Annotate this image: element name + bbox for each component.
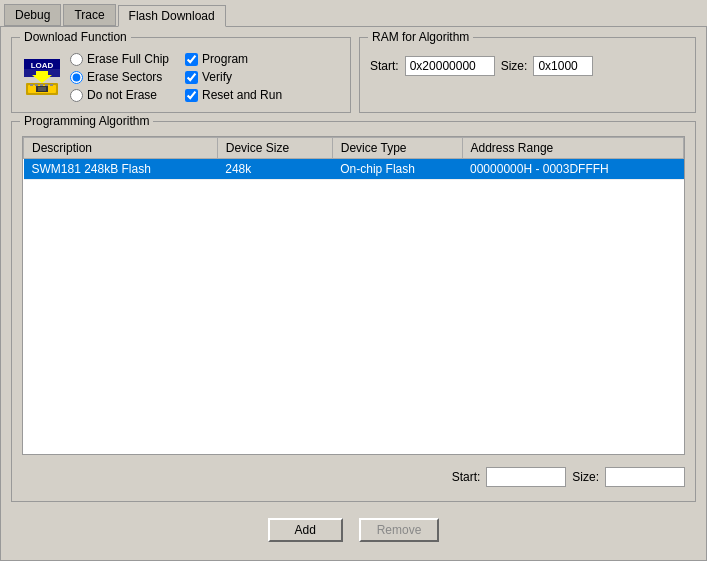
footer-start-label: Start: bbox=[452, 470, 481, 484]
checkbox-reset-run[interactable]: Reset and Run bbox=[185, 88, 282, 102]
tab-trace[interactable]: Trace bbox=[63, 4, 115, 26]
program-label: Program bbox=[202, 52, 248, 66]
top-section: Download Function LOAD bbox=[11, 37, 696, 113]
tab-debug[interactable]: Debug bbox=[4, 4, 61, 26]
tab-bar: Debug Trace Flash Download bbox=[0, 0, 707, 26]
svg-rect-10 bbox=[45, 84, 48, 86]
start-input[interactable] bbox=[405, 56, 495, 76]
start-label: Start: bbox=[370, 59, 399, 73]
radio-erase-full-chip[interactable]: Erase Full Chip bbox=[70, 52, 169, 66]
cell-device-type: On-chip Flash bbox=[332, 159, 462, 180]
cell-address-range: 00000000H - 0003DFFFH bbox=[462, 159, 683, 180]
action-checkboxes: Program Verify Reset and Run bbox=[185, 52, 282, 102]
svg-rect-13 bbox=[38, 87, 46, 91]
size-label: Size: bbox=[501, 59, 528, 73]
svg-rect-11 bbox=[50, 84, 53, 86]
download-function-group: Download Function LOAD bbox=[11, 37, 351, 113]
button-row: Add Remove bbox=[11, 510, 696, 550]
programming-algorithm-label: Programming Algorithm bbox=[20, 114, 153, 128]
col-description: Description bbox=[24, 138, 218, 159]
svg-rect-9 bbox=[40, 84, 43, 86]
cell-description: SWM181 248kB Flash bbox=[24, 159, 218, 180]
svg-rect-7 bbox=[30, 84, 33, 86]
col-device-size: Device Size bbox=[217, 138, 332, 159]
size-input[interactable] bbox=[533, 56, 593, 76]
remove-button[interactable]: Remove bbox=[359, 518, 440, 542]
do-not-erase-label: Do not Erase bbox=[87, 88, 157, 102]
footer-size-label: Size: bbox=[572, 470, 599, 484]
svg-rect-8 bbox=[35, 84, 38, 86]
col-address-range: Address Range bbox=[462, 138, 683, 159]
footer-size-input[interactable] bbox=[605, 467, 685, 487]
table-row[interactable]: SWM181 248kB Flash 248k On-chip Flash 00… bbox=[24, 159, 684, 180]
prog-inner: Description Device Size Device Type Addr… bbox=[22, 136, 685, 491]
programming-algorithm-group: Programming Algorithm Description Device… bbox=[11, 121, 696, 502]
reset-run-label: Reset and Run bbox=[202, 88, 282, 102]
tab-flash-download[interactable]: Flash Download bbox=[118, 5, 226, 27]
ram-inner: Start: Size: bbox=[370, 52, 685, 76]
checkbox-verify[interactable]: Verify bbox=[185, 70, 282, 84]
checkbox-program[interactable]: Program bbox=[185, 52, 282, 66]
download-function-label: Download Function bbox=[20, 30, 131, 44]
table-header-row: Description Device Size Device Type Addr… bbox=[24, 138, 684, 159]
erase-sectors-label: Erase Sectors bbox=[87, 70, 162, 84]
cell-device-size: 248k bbox=[217, 159, 332, 180]
tab-content: Download Function LOAD bbox=[0, 26, 707, 561]
df-inner: LOAD bbox=[22, 52, 340, 102]
main-window: Debug Trace Flash Download Download Func… bbox=[0, 0, 707, 561]
svg-text:LOAD: LOAD bbox=[31, 61, 54, 70]
algorithm-table: Description Device Size Device Type Addr… bbox=[23, 137, 684, 180]
add-button[interactable]: Add bbox=[268, 518, 343, 542]
erase-options: Erase Full Chip Erase Sectors Do not Era… bbox=[70, 52, 169, 102]
radio-do-not-erase[interactable]: Do not Erase bbox=[70, 88, 169, 102]
load-icon-svg: LOAD bbox=[22, 57, 62, 97]
erase-full-chip-label: Erase Full Chip bbox=[87, 52, 169, 66]
col-device-type: Device Type bbox=[332, 138, 462, 159]
radio-erase-sectors[interactable]: Erase Sectors bbox=[70, 70, 169, 84]
verify-label: Verify bbox=[202, 70, 232, 84]
footer-start-input[interactable] bbox=[486, 467, 566, 487]
table-footer: Start: Size: bbox=[22, 463, 685, 491]
ram-algorithm-group: RAM for Algorithm Start: Size: bbox=[359, 37, 696, 113]
ram-algorithm-label: RAM for Algorithm bbox=[368, 30, 473, 44]
algorithm-table-container[interactable]: Description Device Size Device Type Addr… bbox=[22, 136, 685, 455]
load-icon: LOAD bbox=[22, 57, 62, 97]
